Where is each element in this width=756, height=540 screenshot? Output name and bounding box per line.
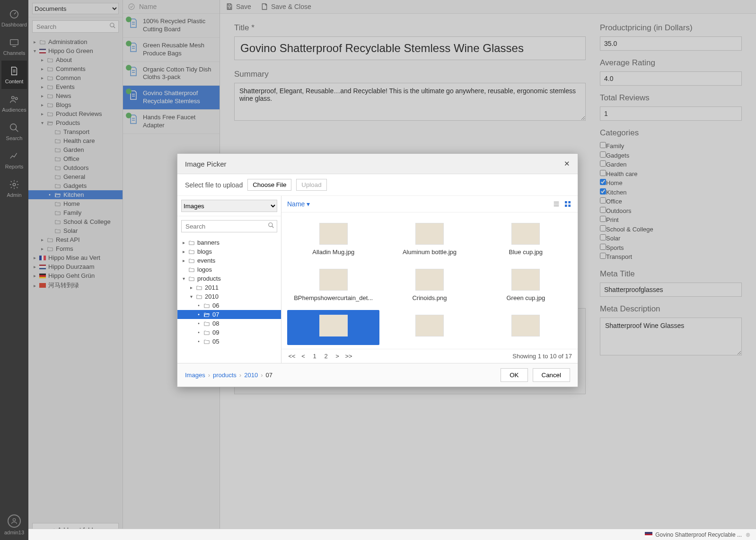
- thumbnail-image: [511, 223, 540, 245]
- tree-arrow-icon: •: [196, 321, 201, 326]
- folder-icon: [188, 248, 195, 255]
- svg-point-25: [269, 223, 273, 227]
- pager: << < 1 2 > >>: [287, 352, 353, 360]
- choose-file-button[interactable]: Choose File: [247, 179, 291, 191]
- modal-search-input[interactable]: [181, 220, 277, 232]
- folder-icon: [188, 257, 195, 264]
- svg-rect-33: [568, 204, 571, 207]
- modal-close-button[interactable]: ✕: [564, 159, 570, 168]
- thumbnail-name: Aluminum bottle.jpg: [403, 248, 457, 256]
- pager-prev[interactable]: <: [299, 353, 308, 360]
- breadcrumb-segment[interactable]: 2010: [244, 372, 258, 379]
- thumbnail[interactable]: Crinoids.png: [383, 264, 475, 306]
- breadcrumb: Images›products›2010›07: [185, 372, 273, 379]
- status-close-icon[interactable]: ⊗: [746, 531, 750, 538]
- modal-tree-node[interactable]: •07: [177, 310, 281, 319]
- breadcrumb-segment[interactable]: products: [213, 372, 237, 379]
- thumbnail-image: [511, 315, 540, 336]
- modal-tree-node[interactable]: ▸events: [177, 256, 281, 265]
- search-icon: [268, 222, 274, 229]
- pager-page-1[interactable]: 1: [310, 352, 319, 360]
- statusbar: Govino Shatterproof Recyclable ... ⊗: [28, 529, 756, 540]
- modal-tree-node[interactable]: ▸banners: [177, 238, 281, 247]
- modal-tree-node[interactable]: •06: [177, 301, 281, 310]
- tree-node-label: 05: [212, 338, 219, 345]
- tree-arrow-icon: •: [196, 330, 201, 335]
- modal-tree-node[interactable]: ▸blogs: [177, 247, 281, 256]
- thumbnail-name: BPhempshowercurtain_det...: [294, 294, 373, 301]
- status-doc-name[interactable]: Govino Shatterproof Recyclable ...: [655, 531, 742, 538]
- breadcrumb-separator-icon: ›: [239, 372, 241, 379]
- tree-arrow-icon: •: [196, 312, 201, 317]
- breadcrumb-separator-icon: ›: [261, 372, 263, 379]
- thumbnail-image: [319, 223, 348, 245]
- thumbnail[interactable]: [480, 310, 572, 345]
- tree-node-label: 2011: [205, 284, 219, 291]
- folder-icon: [188, 266, 195, 273]
- folder-icon: [188, 275, 195, 282]
- modal-tree-node[interactable]: ▾products: [177, 274, 281, 283]
- thumbnail[interactable]: [287, 310, 379, 345]
- modal-tree-node[interactable]: •05: [177, 337, 281, 346]
- tree-arrow-icon: ▸: [181, 240, 186, 245]
- thumbnail-name: Green cup.jpg: [506, 294, 545, 301]
- svg-rect-31: [568, 201, 571, 204]
- breadcrumb-separator-icon: ›: [208, 372, 210, 379]
- thumbnail-name: Alladin Mug.jpg: [312, 248, 354, 256]
- thumbnail[interactable]: Alladin Mug.jpg: [287, 218, 379, 260]
- pager-page-2[interactable]: 2: [321, 352, 331, 360]
- folder-icon: [203, 338, 211, 345]
- thumbnail[interactable]: Blue cup.jpg: [480, 218, 572, 260]
- modal-tree: ▸banners▸blogs▸eventslogos▾products▸2011…: [177, 236, 281, 363]
- ok-button[interactable]: OK: [501, 368, 527, 382]
- modal-tree-node[interactable]: logos: [177, 265, 281, 274]
- folder-icon: [188, 239, 195, 246]
- tree-arrow-icon: •: [196, 339, 201, 344]
- tree-arrow-icon: ▸: [181, 249, 186, 254]
- thumbnail-image: [319, 315, 348, 336]
- image-picker-modal: Image Picker ✕ Select file to upload Cho…: [177, 153, 578, 387]
- chevron-down-icon: ▾: [307, 200, 310, 208]
- svg-rect-30: [565, 201, 567, 204]
- thumbnail-image: [415, 315, 444, 336]
- list-view-button[interactable]: [552, 200, 561, 208]
- modal-tree-node[interactable]: ▾2010: [177, 292, 281, 301]
- sort-by-button[interactable]: Name ▾: [287, 200, 310, 208]
- modal-tree-node[interactable]: •08: [177, 319, 281, 328]
- folder-open-icon: [203, 311, 211, 318]
- thumbnail-name: Blue cup.jpg: [509, 248, 543, 256]
- thumbnail[interactable]: Aluminum bottle.jpg: [383, 218, 475, 260]
- modal-selector[interactable]: Images: [181, 200, 277, 212]
- tree-arrow-icon: ▸: [181, 258, 186, 263]
- tree-node-label: 08: [212, 320, 219, 327]
- folder-icon: [203, 320, 211, 327]
- pager-first[interactable]: <<: [287, 353, 297, 360]
- tree-node-label: events: [197, 257, 215, 264]
- cancel-button[interactable]: Cancel: [533, 368, 571, 382]
- tree-arrow-icon: ▸: [189, 285, 193, 290]
- folder-icon: [195, 293, 203, 300]
- upload-button[interactable]: Upload: [296, 179, 326, 191]
- thumbnail-grid: Alladin Mug.jpgAluminum bottle.jpgBlue c…: [281, 212, 578, 349]
- tree-node-label: 09: [212, 329, 219, 336]
- thumbnail[interactable]: BPhempshowercurtain_det...: [287, 264, 379, 306]
- tree-arrow-icon: •: [196, 303, 201, 308]
- modal-tree-node[interactable]: •09: [177, 328, 281, 337]
- modal-tree-node[interactable]: ▸2011: [177, 283, 281, 292]
- folder-icon: [195, 284, 203, 291]
- pager-last[interactable]: >>: [344, 353, 353, 360]
- svg-line-26: [272, 226, 274, 228]
- grid-view-button[interactable]: [563, 200, 572, 208]
- breadcrumb-segment[interactable]: Images: [185, 372, 205, 379]
- thumbnail[interactable]: [383, 310, 475, 345]
- thumbnail[interactable]: Green cup.jpg: [480, 264, 572, 306]
- thumbnail-name: Crinoids.png: [412, 294, 447, 301]
- folder-icon: [203, 329, 211, 336]
- thumbnail-image: [319, 269, 348, 291]
- upload-prompt: Select file to upload: [185, 181, 243, 189]
- pager-next[interactable]: >: [333, 353, 342, 360]
- tree-node-label: blogs: [197, 248, 212, 255]
- tree-node-label: 06: [212, 302, 219, 309]
- tree-arrow-icon: ▾: [181, 276, 186, 281]
- thumbnail-image: [511, 269, 540, 291]
